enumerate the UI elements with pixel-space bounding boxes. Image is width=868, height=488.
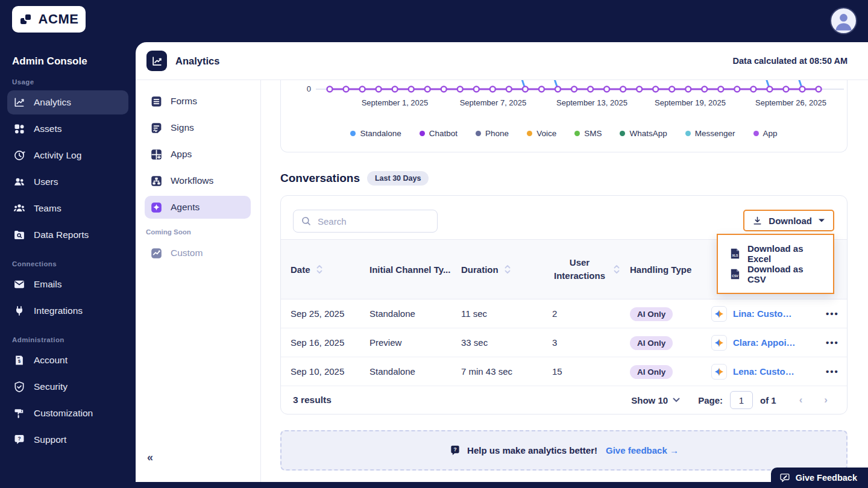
sidebar-item-assets[interactable]: Assets (7, 117, 128, 141)
agent-sparkle-icon (711, 335, 727, 351)
sidebar-item-label: Security (34, 381, 68, 392)
sidebar-item-support[interactable]: ? Support (7, 428, 128, 452)
cell-agent: Lena: Custo… (711, 364, 818, 380)
legend-item: App (753, 129, 778, 138)
module-nav-agents[interactable]: Agents (145, 196, 251, 219)
folder-search-icon (13, 229, 25, 241)
menu-item-download-excel[interactable]: XLS Download as Excel (718, 243, 833, 264)
sidebar-item-account[interactable]: $ Account (7, 348, 128, 372)
agent-link[interactable]: Lina: Custo… (733, 308, 792, 319)
module-nav-label: Forms (171, 96, 197, 107)
module-nav-workflows[interactable]: Workflows (145, 169, 251, 192)
module-nav-label: Agents (171, 202, 200, 213)
module-nav-label: Workflows (171, 175, 213, 186)
row-actions-menu[interactable]: ••• (826, 366, 839, 377)
sidebar-item-teams[interactable]: Teams (7, 196, 128, 221)
search-box[interactable] (293, 210, 438, 233)
previous-page-button[interactable]: ‹ (792, 394, 810, 406)
cell-date: Sep 10, 2025 (281, 366, 370, 377)
cell-agent: Lina: Custo… (711, 306, 818, 322)
sidebar-item-security[interactable]: Security (7, 375, 128, 399)
blocks-icon (13, 123, 25, 135)
section-label-connections: Connections (7, 260, 128, 267)
menu-item-download-csv[interactable]: CSV Download as CSV (718, 264, 833, 284)
legend-item: SMS (574, 129, 602, 138)
column-header-duration: Duration (461, 264, 542, 275)
sidebar-item-activity-log[interactable]: Activity Log (7, 143, 128, 167)
legend-dot-sms (574, 131, 580, 136)
envelope-icon (13, 278, 25, 290)
sidebar-item-label: Teams (34, 203, 61, 214)
person-icon (831, 7, 856, 34)
cell-channel: Standalone (370, 308, 461, 319)
caret-down-icon (818, 218, 825, 223)
sidebar-item-analytics[interactable]: Analytics (7, 90, 128, 114)
cell-duration: 33 sec (461, 337, 542, 348)
next-page-button[interactable]: › (817, 394, 835, 406)
give-feedback-link[interactable]: Give feedback → (606, 445, 679, 455)
page-size-select[interactable]: Show 10 (631, 395, 680, 405)
table-row: Sep 10, 2025 Standalone 7 min 43 sec 15 … (281, 357, 847, 386)
row-actions-menu[interactable]: ••• (826, 308, 839, 319)
module-nav-forms[interactable]: Forms (145, 90, 251, 113)
cell-handling: AI Only (630, 337, 711, 348)
section-label-usage: Usage (7, 78, 128, 86)
custom-chart-icon (150, 247, 163, 260)
module-nav-label: Apps (171, 149, 192, 160)
page-title: Analytics (175, 55, 219, 67)
module-title: Analytics (146, 51, 219, 71)
agent-link[interactable]: Lena: Custo… (733, 366, 794, 377)
user-avatar[interactable] (830, 7, 857, 34)
sidebar-item-users[interactable]: Users (7, 170, 128, 194)
conversations-title: Conversations (280, 172, 360, 185)
svg-text:?: ? (17, 436, 20, 442)
plug-icon (13, 305, 25, 317)
csv-file-icon: CSV (730, 268, 740, 280)
shield-check-icon (13, 381, 25, 393)
sidebar-item-label: Emails (34, 279, 62, 290)
cell-interactions: 3 (542, 337, 630, 348)
legend-item: WhatsApp (620, 129, 667, 138)
sort-icon-date[interactable] (315, 264, 324, 275)
legend-dot-whatsapp (620, 131, 625, 136)
svg-text:XLS: XLS (732, 254, 738, 257)
users-icon (13, 176, 25, 188)
cell-interactions: 15 (542, 366, 630, 377)
conversations-table-card: Download XLS Download as Excel (280, 195, 848, 414)
download-button[interactable]: Download (743, 210, 834, 231)
sidebar-item-customization[interactable]: Customization (7, 401, 128, 425)
give-feedback-button[interactable]: Give Feedback (771, 468, 868, 488)
row-actions-menu[interactable]: ••• (826, 337, 839, 348)
conversations-chart: September 1, 2025September 7, 2025Septem… (281, 80, 847, 113)
sort-icon-duration[interactable] (503, 264, 512, 275)
teams-icon (13, 202, 25, 214)
module-nav: Forms Signs Apps Workflows (136, 80, 261, 482)
page-number-input[interactable] (730, 391, 753, 409)
column-header-channel: Initial Channel Ty... (370, 264, 461, 275)
module-nav-apps[interactable]: Apps (145, 143, 251, 166)
module-nav-signs[interactable]: Signs (145, 116, 251, 139)
sidebar-item-emails[interactable]: Emails (7, 272, 128, 296)
svg-text:?: ? (454, 446, 457, 452)
acme-logo[interactable]: ACME (12, 6, 86, 33)
cell-duration: 11 sec (461, 308, 542, 319)
menu-item-label: Download as CSV (747, 264, 821, 284)
module-nav-custom[interactable]: Custom (145, 242, 251, 264)
svg-text:September 7, 2025: September 7, 2025 (460, 98, 527, 107)
sidebar-item-integrations[interactable]: Integrations (7, 299, 128, 323)
legend-dot-chatbot (420, 131, 425, 136)
collapse-sidebar-button[interactable]: « (147, 452, 153, 463)
agent-link[interactable]: Clara: Appoi… (733, 337, 796, 348)
table-row: Sep 16, 2025 Preview 33 sec 3 AI Only Cl… (281, 328, 847, 357)
sort-icon-interactions[interactable] (612, 264, 621, 275)
search-input[interactable] (318, 216, 420, 227)
legend-dot-phone (476, 131, 481, 136)
ai-only-badge: AI Only (630, 336, 673, 350)
workflows-icon (150, 175, 163, 187)
analytics-module-icon (146, 51, 167, 71)
sidebar-item-data-reports[interactable]: Data Reports (7, 223, 128, 247)
paint-roller-icon (13, 407, 25, 419)
analytics-main: September 1, 2025September 7, 2025Septem… (261, 80, 868, 482)
legend-dot-standalone (350, 131, 356, 136)
download-menu: XLS Download as Excel CSV Download as CS… (717, 234, 834, 294)
